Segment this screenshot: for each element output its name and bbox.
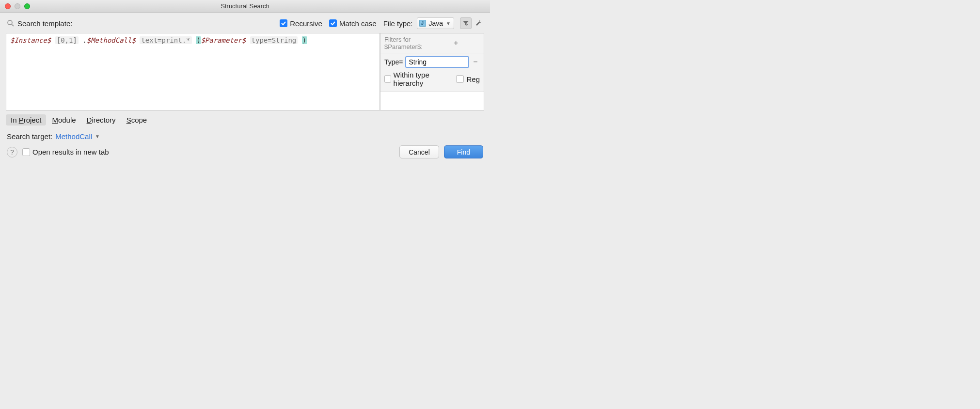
window-title: Structural Search	[0, 2, 490, 10]
help-button[interactable]: ?	[7, 147, 17, 157]
filters-header-text: Filters for $Parameter$:	[384, 36, 432, 50]
close-window-button[interactable]	[5, 3, 11, 9]
variable-parameter: $Parameter$	[201, 36, 246, 44]
within-hierarchy-label: Within type hierarchy	[394, 71, 450, 87]
filters-header: Filters for $Parameter$: +	[380, 33, 484, 53]
search-icon	[7, 19, 15, 27]
match-case-label: Match case	[339, 19, 377, 28]
zoom-window-button[interactable]	[24, 3, 30, 9]
regex-checkbox[interactable]: Reg	[456, 75, 480, 83]
open-results-checkbox[interactable]: Open results in new tab	[22, 148, 109, 156]
bottom-bar: ? Open results in new tab Cancel Find	[0, 141, 490, 164]
variable-instance: $Instance$	[10, 36, 51, 44]
filter-type-row: Type= − Within type hierarchy Reg	[380, 53, 484, 92]
text-filter-inline: text=print.*	[140, 36, 191, 44]
within-hierarchy-checkbox[interactable]: Within type hierarchy	[384, 71, 449, 87]
tab-directory[interactable]: Directory	[82, 114, 121, 126]
chevron-down-icon: ▼	[95, 134, 100, 139]
svg-point-0	[8, 20, 12, 25]
tab-in-project[interactable]: In Project	[6, 114, 46, 126]
search-target-dropdown[interactable]: MethodCall ▼	[55, 132, 100, 141]
file-type-label: File type:	[383, 19, 413, 28]
toolbar: Search template: Recursive Match case Fi…	[0, 13, 490, 33]
type-filter-label: Type=	[384, 58, 403, 66]
type-filter-input[interactable]	[405, 56, 469, 68]
find-button[interactable]: Find	[444, 145, 483, 158]
open-paren: (	[196, 36, 201, 44]
titlebar: Structural Search	[0, 0, 490, 13]
java-file-icon	[419, 20, 426, 27]
recursive-label: Recursive	[290, 19, 322, 28]
regex-label: Reg	[466, 75, 480, 83]
type-filter-inline: type=String	[250, 36, 298, 44]
cancel-button[interactable]: Cancel	[399, 145, 439, 158]
minimize-window-button[interactable]	[15, 3, 20, 9]
search-target-value: MethodCall	[55, 132, 92, 141]
tab-module[interactable]: Module	[47, 114, 80, 126]
tools-button[interactable]	[473, 17, 484, 29]
add-filter-button[interactable]: +	[432, 39, 480, 47]
count-constraint: [0,1]	[55, 36, 79, 44]
svg-text:*: *	[467, 23, 468, 27]
close-paren: )	[302, 36, 307, 44]
checkbox-checked-icon	[280, 19, 287, 27]
tab-scope[interactable]: Scope	[122, 114, 152, 126]
search-target-row: Search target: MethodCall ▼	[0, 127, 490, 141]
window-controls	[0, 3, 30, 9]
template-editor[interactable]: $Instance$ [0,1] .$MethodCall$ text=prin…	[6, 33, 380, 110]
checkbox-checked-icon	[329, 19, 337, 27]
checkbox-unchecked-icon	[384, 75, 391, 83]
filter-toggle-button[interactable]: *	[460, 17, 472, 29]
scope-tabs: In Project Module Directory Scope	[0, 110, 490, 127]
match-case-checkbox[interactable]: Match case	[329, 19, 377, 28]
search-target-label: Search target:	[7, 132, 52, 141]
chevron-down-icon: ▼	[446, 21, 451, 26]
remove-filter-button[interactable]: −	[471, 58, 480, 66]
svg-line-1	[12, 24, 14, 26]
file-type-dropdown[interactable]: Java ▼	[417, 17, 454, 29]
open-results-label: Open results in new tab	[32, 148, 109, 156]
file-type-value: Java	[429, 19, 443, 27]
recursive-checkbox[interactable]: Recursive	[280, 19, 322, 28]
work-area: $Instance$ [0,1] .$MethodCall$ text=prin…	[0, 33, 490, 110]
checkbox-unchecked-icon	[456, 75, 464, 83]
checkbox-unchecked-icon	[22, 148, 30, 156]
variable-methodcall: $MethodCall$	[87, 36, 136, 44]
funnel-icon: *	[462, 19, 470, 27]
filters-panel: Filters for $Parameter$: + Type= − Withi…	[380, 33, 484, 110]
dot-separator: .	[82, 36, 86, 44]
wrench-icon	[474, 19, 482, 27]
search-template-label: Search template:	[17, 19, 72, 28]
